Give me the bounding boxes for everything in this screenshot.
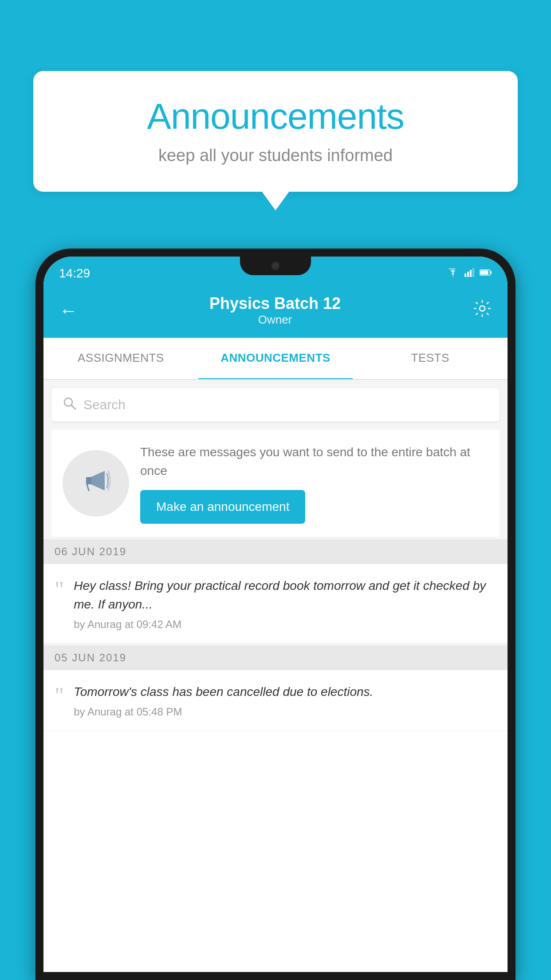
- svg-rect-10: [86, 477, 91, 484]
- announcement-content-2: Tomorrow's class has been cancelled due …: [74, 683, 373, 718]
- header-subtitle: Owner: [209, 313, 341, 327]
- tab-tests[interactable]: TESTS: [353, 338, 508, 379]
- svg-line-9: [71, 405, 75, 409]
- quote-icon-1: ": [55, 578, 64, 601]
- phone-notch: [240, 257, 311, 275]
- camera-notch: [271, 261, 280, 271]
- svg-rect-1: [467, 272, 469, 277]
- tabs-bar: ASSIGNMENTS ANNOUNCEMENTS TESTS: [43, 338, 508, 380]
- announcement-content-1: Hey class! Bring your practical record b…: [74, 577, 496, 631]
- bubble-title: Announcements: [60, 95, 491, 137]
- announcement-text-1: Hey class! Bring your practical record b…: [74, 577, 496, 614]
- app-header: ← Physics Batch 12 Owner: [43, 285, 508, 338]
- announcement-text-2: Tomorrow's class has been cancelled due …: [74, 683, 373, 701]
- wifi-icon: [447, 268, 459, 279]
- announcement-item-1[interactable]: " Hey class! Bring your practical record…: [43, 564, 508, 644]
- svg-point-7: [480, 306, 485, 311]
- svg-rect-5: [490, 271, 492, 274]
- svg-rect-6: [480, 270, 488, 274]
- settings-button[interactable]: [472, 299, 492, 322]
- svg-rect-3: [472, 268, 474, 277]
- tab-announcements[interactable]: ANNOUNCEMENTS: [198, 338, 353, 380]
- search-placeholder: Search: [83, 397, 126, 412]
- announcement-meta-1: by Anurag at 09:42 AM: [74, 618, 496, 631]
- date-separator-2: 05 JUN 2019: [43, 645, 508, 670]
- phone-mockup: 14:29: [35, 249, 516, 980]
- signal-icon: [464, 268, 474, 279]
- status-icons: [447, 268, 492, 279]
- header-title: Physics Batch 12: [209, 294, 341, 313]
- speech-bubble-container: Announcements keep all your students inf…: [33, 71, 518, 192]
- battery-icon: [480, 269, 492, 278]
- svg-rect-0: [464, 273, 466, 277]
- search-icon: [62, 396, 76, 414]
- phone-inner: 14:29: [43, 257, 508, 972]
- megaphone-icon: [78, 462, 114, 505]
- status-time: 14:29: [59, 266, 90, 281]
- promo-right: These are messages you want to send to t…: [140, 443, 488, 524]
- date-separator-1: 06 JUN 2019: [43, 539, 508, 564]
- announcement-meta-2: by Anurag at 05:48 PM: [74, 706, 373, 718]
- svg-rect-2: [470, 270, 472, 277]
- promo-description: These are messages you want to send to t…: [140, 443, 488, 480]
- tab-assignments[interactable]: ASSIGNMENTS: [43, 338, 198, 379]
- quote-icon-2: ": [55, 684, 64, 707]
- speech-bubble: Announcements keep all your students inf…: [33, 71, 518, 192]
- phone-outer: 14:29: [35, 249, 516, 980]
- search-bar[interactable]: Search: [51, 388, 500, 422]
- bubble-subtitle: keep all your students informed: [60, 146, 491, 165]
- content-area: Search: [43, 380, 508, 731]
- announcement-item-2[interactable]: " Tomorrow's class has been cancelled du…: [43, 670, 508, 731]
- promo-icon-circle: [63, 450, 129, 517]
- make-announcement-button[interactable]: Make an announcement: [140, 490, 305, 524]
- promo-section: These are messages you want to send to t…: [51, 430, 500, 537]
- header-center: Physics Batch 12 Owner: [209, 294, 341, 327]
- back-button[interactable]: ←: [59, 301, 78, 320]
